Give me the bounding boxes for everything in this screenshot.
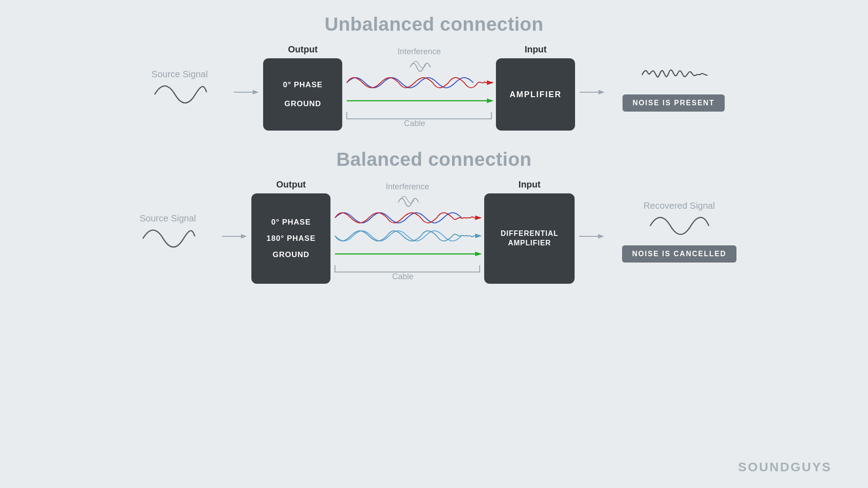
balanced-phase180-label: 180° PHASE [267,234,316,243]
unbalanced-output-wrapper: Output 0° PHASE GROUND [263,44,342,131]
balanced-cable-bracket: Cable [330,263,484,281]
balanced-noise-badge: NOISE IS CANCELLED [622,245,736,263]
noisy-output-wave [640,64,708,86]
unbalanced-output-block: 0° PHASE GROUND [263,58,342,131]
interference-waves-unbalanced [406,58,433,72]
unbalanced-result: NOISE IS PRESENT [623,64,724,112]
balanced-output-block: 0° PHASE 180° PHASE GROUND [251,193,330,284]
source-arrow [234,88,259,97]
svg-marker-16 [598,234,604,239]
balanced-source: Source Signal [132,213,204,250]
svg-marker-13 [475,252,482,256]
svg-text:Cable: Cable [392,272,414,281]
balanced-input-wrapper: Input DIFFERENTIALAMPLIFIER [484,179,575,284]
balanced-wires [335,209,480,263]
balanced-output-label: Output [276,179,306,190]
interference-waves-balanced [394,193,421,207]
balanced-output-wrapper: Output 0° PHASE 180° PHASE GROUND [251,179,330,284]
unbalanced-cable-bracket: Cable [342,110,496,128]
unbalanced-output-label: Output [288,44,318,55]
recovered-signal-label: Recovered Signal [644,201,715,211]
balanced-diagram: Source Signal Output 0° PHASE 180° PHASE… [36,179,832,284]
recovered-wave [648,215,711,237]
svg-marker-11 [475,234,482,238]
svg-marker-1 [253,90,259,94]
balanced-title: Balanced connection [336,149,532,170]
source-wave [152,83,207,106]
balanced-amplifier-label: DIFFERENTIALAMPLIFIER [500,229,558,248]
balanced-ground-label: GROUND [273,250,310,259]
unbalanced-title: Unbalanced connection [325,14,543,35]
balanced-source-label: Source Signal [140,213,196,224]
unbalanced-noise-badge: NOISE IS PRESENT [623,94,724,112]
unbalanced-cable-area: Interference Cable [342,47,496,128]
unbalanced-section: Unbalanced connection Source Signal Outp… [36,14,832,131]
soundguys-watermark: SOUNDGUYS [738,460,832,474]
svg-marker-9 [241,234,247,239]
unbalanced-input-label: Input [524,44,547,55]
balanced-cable-area: Interference [330,182,484,281]
balanced-result: Recovered Signal NOISE IS CANCELLED [622,201,736,263]
unbalanced-source-label: Source Signal [151,69,208,80]
unbalanced-source: Source Signal [143,69,216,106]
unbalanced-input-wrapper: Input AMPLIFIER [496,44,575,131]
svg-marker-4 [487,99,494,103]
balanced-source-wave [141,227,195,250]
balanced-source-arrow [222,232,247,241]
balanced-input-label: Input [519,179,541,190]
unbalanced-diagram: Source Signal Output 0° PHASE GROUND Int… [36,44,832,131]
amplifier-output-arrow [580,88,604,97]
svg-marker-7 [599,90,604,94]
balanced-section: Balanced connection Source Signal Output… [36,149,832,284]
svg-text:Cable: Cable [404,119,425,128]
unbalanced-wires [347,74,491,110]
svg-marker-10 [475,216,482,220]
unbalanced-amplifier-label: AMPLIFIER [509,90,561,99]
diff-amplifier-output-arrow [579,232,604,241]
unbalanced-ground-label: GROUND [284,99,321,108]
unbalanced-interference-label: Interference [397,47,441,56]
svg-marker-2 [487,80,494,85]
balanced-interference-label: Interference [386,182,429,192]
balanced-amplifier-block: DIFFERENTIALAMPLIFIER [484,193,575,284]
unbalanced-phase-label: 0° PHASE [283,80,323,89]
unbalanced-amplifier-block: AMPLIFIER [496,58,575,131]
balanced-phase0-label: 0° PHASE [271,218,311,227]
